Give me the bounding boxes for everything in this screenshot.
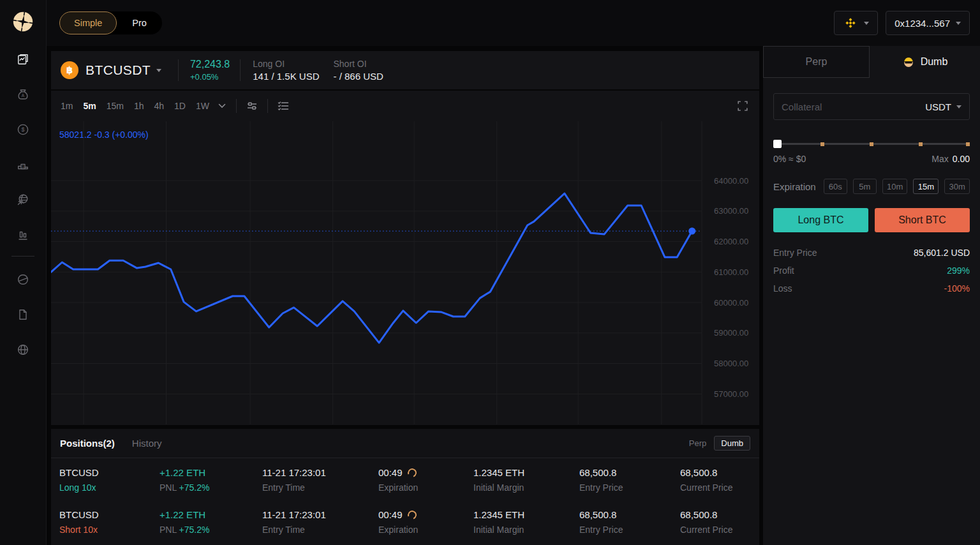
expiration-option-60s[interactable]: 60s [824, 179, 847, 194]
chevron-down-icon [956, 105, 961, 108]
cell-label: Initial Margin [473, 525, 579, 535]
topbar: Simple Pro 0x1234...567 [47, 0, 980, 46]
pro-mode-button[interactable]: Pro [117, 11, 162, 34]
slider-tick-25[interactable] [820, 142, 824, 146]
divider [236, 99, 237, 113]
divider [178, 59, 179, 81]
timeframe-chevron-down-icon[interactable] [218, 103, 226, 109]
sidebar-item-analytics[interactable] [8, 262, 38, 297]
wallet-button[interactable]: 0x1234...567 [886, 11, 970, 35]
cell-label: Initial Margin [473, 482, 579, 493]
loss-row: Loss -100% [773, 283, 970, 294]
simple-mode-button[interactable]: Simple [59, 11, 117, 34]
slider-tick-75[interactable] [919, 142, 923, 146]
timeframe-1D[interactable]: 1D [174, 101, 186, 111]
max-value: 0.00 [953, 154, 970, 164]
cell-label-value: +75.2% [179, 482, 210, 493]
expiration-option-5m[interactable]: 5m [853, 179, 877, 194]
expiration-group: Expiration 60s5m10m15m30m [773, 179, 970, 194]
indicators-icon[interactable] [276, 98, 291, 114]
short-oi-label: Short OI [333, 59, 383, 69]
positions-panel: Positions(2) History Perp Dumb BTCUSDLon… [51, 429, 759, 545]
short-oi-block: Short OI - / 866 USD [333, 59, 383, 82]
sidebar-item-docs[interactable] [8, 297, 38, 332]
network-select-button[interactable] [834, 11, 878, 35]
sidebar-item-rewards[interactable]: $ [8, 112, 38, 147]
brand-logo[interactable] [11, 10, 35, 34]
entry-price-value: 85,601.2 USD [914, 248, 970, 258]
long-btc-button[interactable]: Long BTC [773, 208, 868, 232]
positions-mode-perp[interactable]: Perp [689, 438, 706, 448]
market-price: 72,243.8 [190, 59, 230, 70]
short-btc-button[interactable]: Short BTC [875, 208, 970, 232]
cell-value: 68,500.8 [680, 467, 759, 478]
countdown-spinner-icon [406, 467, 418, 479]
timeframe-4h[interactable]: 4h [154, 101, 165, 111]
cell-value: 11-21 17:23:01 [262, 467, 378, 478]
cell-label: Long 10x [59, 482, 160, 493]
svg-text:$: $ [21, 126, 24, 133]
slider-tick-100[interactable] [966, 142, 970, 146]
sidebar-item-leaderboard[interactable]: 1 [8, 147, 38, 182]
document-icon [15, 307, 31, 322]
expiration-option-30m[interactable]: 30m [944, 179, 970, 194]
slider-handle[interactable] [773, 140, 782, 148]
tab-positions[interactable]: Positions(2) [60, 438, 115, 449]
chevron-down-icon [956, 22, 961, 25]
fullscreen-icon[interactable] [736, 99, 750, 113]
sidebar-item-stats[interactable] [8, 217, 38, 252]
svg-text:60000.00: 60000.00 [714, 298, 748, 308]
position-cell: 00:49Expiration [378, 467, 473, 500]
svg-text:62000.00: 62000.00 [714, 237, 748, 246]
market-header: ฿ BTCUSDT 72,243.8 +0.05% Long OI 141 / … [51, 51, 759, 89]
divider [267, 99, 268, 113]
long-oi-value: 141 / 1.5K USD [253, 71, 319, 82]
collateral-input[interactable] [782, 101, 925, 112]
timeframe-15m[interactable]: 15m [107, 101, 124, 111]
sidebar-divider [11, 256, 34, 257]
chart-settings-icon[interactable] [244, 98, 260, 114]
sidebar-item-earn[interactable]: A [8, 77, 38, 112]
symbol-chevron-down-icon[interactable] [156, 69, 161, 72]
tab-perp[interactable]: Perp [763, 46, 870, 78]
positions-mode-dumb[interactable]: Dumb [714, 436, 750, 451]
price-chart-svg[interactable]: 64000.0063000.0062000.0061000.0060000.00… [51, 121, 759, 424]
cell-value: 68,500.8 [579, 509, 680, 520]
profit-value: 299% [947, 265, 970, 276]
expiration-option-15m[interactable]: 15m [913, 179, 939, 194]
cell-label: Entry Price [579, 525, 680, 535]
cell-label: Entry Time [262, 525, 378, 535]
sidebar-item-trade[interactable] [8, 41, 38, 77]
collateral-asset-select[interactable]: USDT [925, 101, 961, 112]
slider-max: Max0.00 [932, 154, 970, 164]
sidebar-nav: A$1 [8, 41, 38, 367]
position-cell: 00:49Expiration [378, 509, 473, 542]
timeframe-5m[interactable]: 5m [83, 101, 96, 111]
timeframe-1W[interactable]: 1W [196, 101, 209, 111]
position-cell: +1.22 ETHPNL +75.2% [160, 467, 262, 500]
timeframe-1h[interactable]: 1h [134, 101, 144, 111]
tab-dumb[interactable]: Dumb [870, 46, 980, 78]
sidebar-item-referral[interactable] [8, 182, 38, 217]
sidebar-item-language[interactable] [8, 332, 38, 367]
profit-label: Profit [773, 265, 794, 276]
tab-history[interactable]: History [132, 438, 162, 449]
symbol-name[interactable]: BTCUSDT [85, 63, 151, 78]
timeframe-1m[interactable]: 1m [61, 101, 73, 111]
svg-text:58000.00: 58000.00 [714, 359, 748, 368]
cell-label-prefix: PNL [160, 525, 179, 535]
cell-value: 68,500.8 [680, 509, 759, 520]
loss-value: -100% [944, 283, 970, 294]
tab-dumb-label: Dumb [921, 56, 948, 68]
cell-label: Expiration [378, 482, 473, 493]
chart-toolbar: 1m5m15m1h4h1D1W [51, 91, 759, 121]
cell-value: 00:49 [378, 467, 473, 478]
cell-value: 1.2345 ETH [473, 467, 579, 478]
countdown-spinner-icon [406, 509, 418, 521]
positions-rows: BTCUSDLong 10x+1.22 ETHPNL +75.2%11-21 1… [51, 458, 759, 542]
mode-toggle: Simple Pro [59, 11, 162, 34]
svg-text:57000.00: 57000.00 [714, 389, 748, 399]
slider-tick-50[interactable] [870, 142, 873, 146]
leverage-slider [773, 139, 970, 148]
expiration-option-10m[interactable]: 10m [882, 179, 908, 194]
